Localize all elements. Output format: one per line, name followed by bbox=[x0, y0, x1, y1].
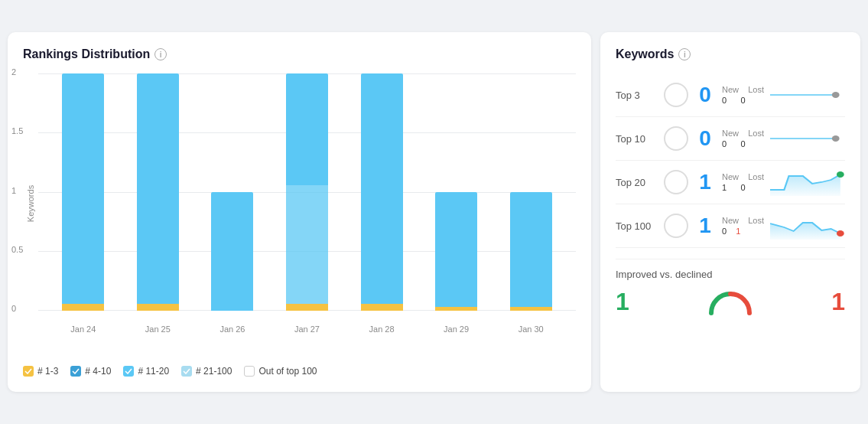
x-label-Jan-24: Jan 24 bbox=[57, 321, 110, 334]
kw-circle-top3 bbox=[664, 83, 688, 107]
kw-mini-chart-top100 bbox=[770, 212, 845, 240]
bar-group-Jan-26 bbox=[206, 73, 259, 311]
kw-count-top20: 1 bbox=[694, 170, 716, 194]
kw-count-top100: 1 bbox=[694, 214, 716, 238]
kw-new-lost-top20: New Lost 1 0 bbox=[722, 172, 764, 192]
x-label-Jan-25: Jan 25 bbox=[131, 321, 184, 334]
keywords-title: Keywords bbox=[616, 47, 674, 61]
chart-plot: 2 1.5 1 0.5 0 Jan 24Jan 25Jan 26Jan 27Ja… bbox=[38, 73, 576, 334]
kw-new-lost-top3: New Lost 0 0 bbox=[722, 85, 764, 105]
main-container: Rankings Distribution i Keywords 2 1.5 1… bbox=[8, 32, 860, 392]
kw-label-top3: Top 3 bbox=[616, 90, 658, 101]
kw-mini-chart-top10 bbox=[770, 125, 845, 152]
gauge-svg bbox=[704, 286, 757, 317]
keywords-card: Keywords i Top 3 0 New Lost 0 0 Top 10 bbox=[600, 32, 860, 392]
chart-area: Keywords 2 1.5 1 0.5 0 bbox=[23, 73, 576, 357]
legend-check-4-10 bbox=[70, 366, 81, 377]
declined-count: 1 bbox=[831, 288, 845, 316]
legend-check-11-20 bbox=[123, 366, 134, 377]
x-labels: Jan 24Jan 25Jan 26Jan 27Jan 28Jan 29Jan … bbox=[38, 321, 576, 334]
kw-section-top100: Top 100 1 New Lost 0 1 bbox=[616, 204, 845, 248]
improved-row: 1 1 bbox=[616, 286, 845, 317]
legend-label-4-10: # 4-10 bbox=[85, 366, 111, 377]
bar-seg-21-100 bbox=[211, 192, 253, 311]
bar-seg-21-100 bbox=[62, 73, 104, 304]
svg-point-1 bbox=[832, 92, 840, 98]
svg-point-3 bbox=[832, 135, 840, 142]
chart-inner: Keywords 2 1.5 1 0.5 0 bbox=[23, 73, 576, 334]
improved-count: 1 bbox=[616, 288, 629, 316]
x-label-Jan-27: Jan 27 bbox=[280, 321, 333, 334]
legend-item-out[interactable]: Out of top 100 bbox=[244, 366, 317, 377]
x-label-Jan-29: Jan 29 bbox=[430, 321, 483, 334]
legend-item-1-3[interactable]: # 1-3 bbox=[23, 366, 58, 377]
bar-seg-1-3 bbox=[435, 307, 477, 311]
improved-label: Improved vs. declined bbox=[616, 269, 845, 280]
bar-group-Jan-25 bbox=[131, 73, 184, 311]
kw-label-top10: Top 10 bbox=[616, 133, 658, 145]
bar-seg-21-100 bbox=[510, 192, 552, 307]
x-label-Jan-28: Jan 28 bbox=[355, 321, 408, 334]
kw-label-top20: Top 20 bbox=[616, 177, 658, 188]
kw-count-top3: 0 bbox=[694, 83, 716, 107]
kw-new-label-top20: New Lost bbox=[722, 172, 764, 181]
legend-item-4-10[interactable]: # 4-10 bbox=[70, 366, 111, 377]
kw-new-val-top10: 0 0 bbox=[722, 139, 764, 148]
kw-new-lost-top10: New Lost 0 0 bbox=[722, 129, 764, 148]
y-axis-label: Keywords bbox=[26, 185, 35, 222]
legend-label-1-3: # 1-3 bbox=[37, 366, 58, 377]
chart-title-row: Rankings Distribution i bbox=[23, 47, 576, 61]
kw-new-label-top3: New Lost bbox=[722, 85, 764, 94]
chart-info-icon[interactable]: i bbox=[154, 48, 167, 60]
legend-check-1-3 bbox=[23, 366, 34, 377]
bar-seg-21-100 bbox=[361, 73, 403, 304]
legend-label-out: Out of top 100 bbox=[258, 366, 317, 377]
legend-item-21-100[interactable]: # 21-100 bbox=[181, 366, 232, 377]
legend-box-out bbox=[244, 366, 255, 377]
legend-label-11-20: # 11-20 bbox=[138, 366, 169, 377]
chart-card: Rankings Distribution i Keywords 2 1.5 1… bbox=[8, 32, 591, 392]
chart-title: Rankings Distribution bbox=[23, 47, 150, 61]
kw-lost-top100: 1 bbox=[736, 227, 740, 236]
bar-seg-1-3 bbox=[361, 304, 403, 311]
x-label-Jan-26: Jan 26 bbox=[206, 321, 259, 334]
bar-seg-21-100 bbox=[286, 73, 328, 185]
kw-circle-top10 bbox=[664, 126, 688, 151]
kw-section-top10: Top 10 0 New Lost 0 0 bbox=[616, 117, 845, 161]
bar-group-Jan-29 bbox=[430, 73, 483, 311]
kw-label-top100: Top 100 bbox=[616, 220, 658, 232]
legend-check-21-100 bbox=[181, 366, 192, 377]
bar-seg-21-100 bbox=[435, 192, 477, 307]
bar-group-Jan-24 bbox=[57, 73, 110, 311]
keywords-info-icon[interactable]: i bbox=[678, 48, 691, 60]
bar-group-Jan-27 bbox=[280, 73, 333, 311]
kw-circle-top100 bbox=[664, 214, 688, 238]
kw-new-val-top20: 1 0 bbox=[722, 183, 764, 192]
bar-seg-1-3 bbox=[286, 304, 328, 311]
kw-mini-chart-top20 bbox=[770, 168, 845, 196]
bar-group-Jan-30 bbox=[504, 73, 558, 311]
svg-point-5 bbox=[837, 230, 844, 236]
y-axis-label-container: Keywords bbox=[23, 73, 38, 334]
bar-seg-21-100 bbox=[137, 73, 179, 304]
legend-item-11-20[interactable]: # 11-20 bbox=[123, 366, 169, 377]
improved-section: Improved vs. declined 1 1 bbox=[616, 259, 845, 317]
kw-section-top20: Top 20 1 New Lost 1 0 bbox=[616, 161, 845, 204]
bars-area bbox=[38, 73, 576, 311]
bar-seg-1-3 bbox=[510, 307, 552, 311]
kw-new-label-top10: New Lost bbox=[722, 129, 764, 138]
gauge-container bbox=[637, 286, 824, 317]
kw-mini-chart-top3 bbox=[770, 81, 845, 109]
kw-new-val-top100: 0 1 bbox=[722, 227, 764, 236]
kw-count-top10: 0 bbox=[694, 126, 716, 151]
kw-circle-top20 bbox=[664, 170, 688, 194]
kw-new-lost-top100: New Lost 0 1 bbox=[722, 216, 764, 236]
kw-section-top3: Top 3 0 New Lost 0 0 bbox=[616, 73, 845, 117]
kw-new-label-top100: New Lost bbox=[722, 216, 764, 225]
bar-seg-1-3 bbox=[62, 304, 104, 311]
legend-label-21-100: # 21-100 bbox=[196, 366, 232, 377]
keywords-title-row: Keywords i bbox=[616, 47, 845, 61]
x-label-Jan-30: Jan 30 bbox=[504, 321, 558, 334]
bar-seg-1-3 bbox=[137, 304, 179, 311]
kw-new-val-top3: 0 0 bbox=[722, 96, 764, 105]
